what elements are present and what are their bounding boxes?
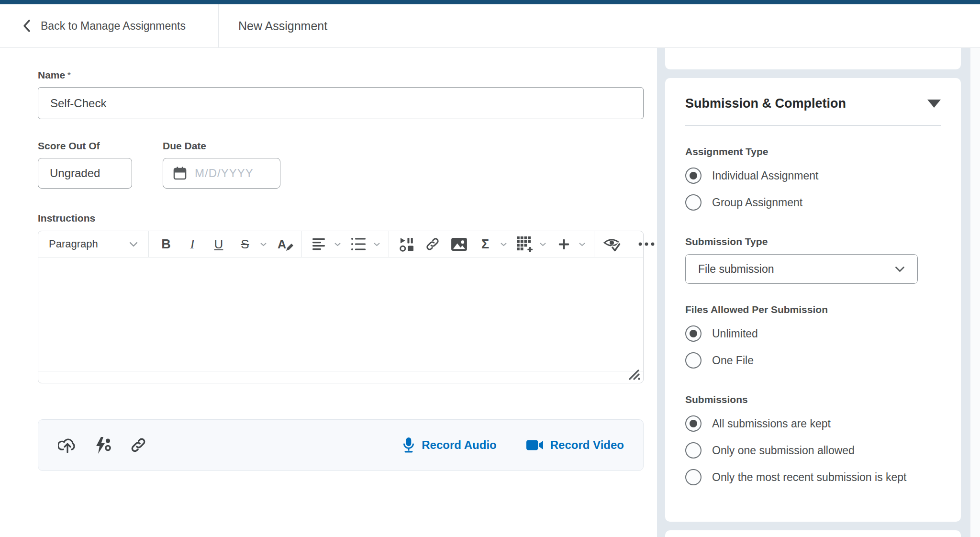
microphone-icon [402, 437, 415, 453]
video-camera-icon [526, 439, 544, 451]
required-marker: * [67, 69, 71, 80]
radio-one-file[interactable]: One File [685, 347, 941, 374]
insert-image-icon[interactable] [447, 234, 470, 255]
assignment-type-group: Individual Assignment Group Assignment [685, 162, 941, 216]
assignment-type-label: Assignment Type [685, 146, 941, 157]
editor-footer [38, 371, 643, 383]
calendar-icon [173, 166, 187, 180]
table-dropdown-chevron[interactable] [539, 242, 549, 246]
radio-individual-assignment[interactable]: Individual Assignment [685, 162, 941, 189]
text-style-group: B I U S A [149, 231, 301, 257]
main-area: Name* Score Out Of Ungraded Due Date [0, 48, 980, 537]
alignment-dropdown-chevron[interactable] [334, 242, 344, 246]
italic-icon[interactable]: I [181, 234, 204, 255]
record-video-button[interactable]: Record Video [526, 438, 624, 452]
files-allowed-group: Unlimited One File [685, 320, 941, 374]
radio-button-icon[interactable] [685, 168, 702, 184]
due-date-field[interactable]: M/D/YYYY [163, 158, 280, 189]
paragraph-format-group [302, 231, 389, 257]
rich-text-editor: Paragraph B I U S A [38, 231, 644, 383]
name-label: Name* [38, 48, 644, 81]
font-color-icon[interactable]: A [273, 234, 296, 255]
submission-type-select[interactable]: File submission [685, 254, 918, 284]
due-date-label: Due Date [163, 140, 280, 152]
score-button[interactable]: Ungraded [38, 158, 132, 189]
add-elements-icon[interactable] [552, 234, 575, 255]
due-date-placeholder: M/D/YYYY [195, 167, 254, 180]
submission-completion-card: Submission & Completion Assignment Type … [665, 78, 961, 522]
right-gutter [970, 48, 980, 537]
file-upload-icon[interactable] [57, 435, 78, 455]
back-button[interactable]: Back to Manage Assignments [22, 19, 186, 33]
radio-button-icon[interactable] [685, 415, 702, 432]
panel-title: Submission & Completion [685, 96, 846, 111]
record-audio-label: Record Audio [422, 438, 496, 452]
equation-dropdown-chevron[interactable] [500, 242, 510, 246]
top-navy-bar [0, 0, 980, 4]
record-buttons: Record Audio Record Video [402, 437, 624, 453]
attach-existing-activity-icon[interactable] [93, 435, 113, 455]
insert-quicklink-icon[interactable] [421, 234, 444, 255]
submission-type-value: File submission [698, 263, 774, 276]
strikethrough-icon[interactable]: S [234, 234, 256, 255]
preview-accessibility-check-icon[interactable] [600, 234, 623, 255]
strikethrough-dropdown-chevron[interactable] [260, 242, 269, 246]
underline-icon[interactable]: U [207, 234, 230, 255]
settings-sidebar: Submission & Completion Assignment Type … [657, 48, 970, 537]
instructions-textarea[interactable] [38, 257, 643, 371]
sidebar-card-partial-bottom [665, 530, 961, 537]
bold-icon[interactable]: B [155, 234, 178, 255]
radio-button-icon[interactable] [685, 442, 702, 459]
editor-toolbar: Paragraph B I U S A [38, 231, 643, 257]
attachments-bar: Record Audio Record Video [38, 419, 644, 471]
radio-button-icon[interactable] [685, 469, 702, 485]
record-video-label: Record Video [550, 438, 624, 452]
format-paragraph-dropdown[interactable]: Paragraph [44, 234, 143, 255]
sidebar-card-partial-top [665, 48, 961, 69]
submissions-group: All submissions are kept Only one submis… [685, 410, 941, 491]
due-date-group: Due Date M/D/YYYY [163, 140, 280, 189]
attach-weblink-icon[interactable] [128, 435, 148, 455]
radio-button-icon[interactable] [685, 194, 702, 211]
insert-group: Σ [389, 231, 594, 257]
alignment-icon[interactable] [308, 234, 331, 255]
list-dropdown-chevron[interactable] [373, 242, 383, 246]
more-actions-icon[interactable] [635, 234, 658, 255]
submissions-label: Submissions [685, 394, 941, 405]
collapse-triangle-icon[interactable] [927, 100, 941, 108]
back-button-label: Back to Manage Assignments [41, 20, 186, 33]
chevron-down-icon [129, 242, 138, 247]
radio-most-recent-submission[interactable]: Only the most recent submission is kept [685, 464, 941, 491]
name-input[interactable] [38, 87, 644, 119]
record-audio-button[interactable]: Record Audio [402, 437, 496, 453]
radio-unlimited[interactable]: Unlimited [685, 320, 941, 347]
resize-handle-icon[interactable] [628, 369, 641, 382]
radio-only-one-submission[interactable]: Only one submission allowed [685, 437, 941, 464]
score-label: Score Out Of [38, 140, 132, 152]
assignment-form: Name* Score Out Of Ungraded Due Date [38, 48, 644, 471]
radio-button-icon[interactable] [685, 352, 702, 369]
equation-icon[interactable]: Σ [474, 234, 497, 255]
attachment-buttons [57, 435, 148, 455]
panel-divider [685, 125, 941, 126]
list-icon[interactable] [347, 234, 370, 255]
instructions-label: Instructions [38, 213, 644, 224]
radio-all-submissions-kept[interactable]: All submissions are kept [685, 410, 941, 437]
panel-header[interactable]: Submission & Completion [685, 78, 941, 111]
score-group: Score Out Of Ungraded [38, 140, 132, 189]
table-icon[interactable] [513, 234, 536, 255]
files-allowed-label: Files Allowed Per Submission [685, 304, 941, 315]
chevron-down-icon [895, 266, 905, 272]
assignment-form-panel: Name* Score Out Of Ungraded Due Date [0, 48, 657, 537]
radio-button-icon[interactable] [685, 325, 702, 342]
radio-group-assignment[interactable]: Group Assignment [685, 189, 941, 216]
chevron-left-icon [22, 19, 31, 33]
score-date-row: Score Out Of Ungraded Due Date [38, 140, 644, 189]
insert-stuff-icon[interactable] [395, 234, 418, 255]
format-group: Paragraph [38, 231, 148, 257]
header-divider [218, 4, 219, 47]
page-header: Back to Manage Assignments New Assignmen… [0, 4, 980, 48]
add-elements-dropdown-chevron[interactable] [579, 242, 588, 246]
submission-type-label: Submission Type [685, 236, 941, 247]
score-value: Ungraded [50, 167, 100, 180]
